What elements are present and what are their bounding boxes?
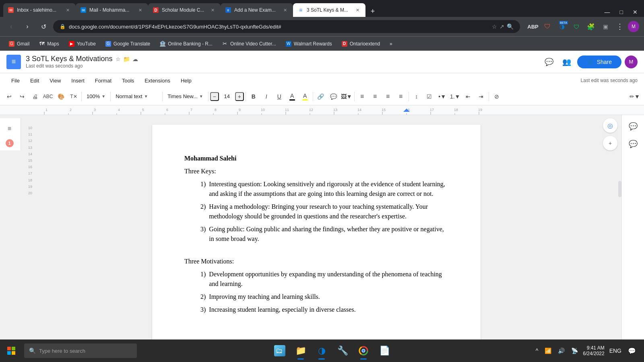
italic-button[interactable]: I (260, 90, 272, 103)
kaspersky-button[interactable]: 🛡 (570, 20, 583, 33)
clear-formatting-button[interactable]: ⊘ (491, 90, 503, 103)
insert-link-button[interactable]: 🔗 (315, 90, 327, 103)
start-button[interactable] (0, 339, 23, 362)
resize-handle[interactable] (618, 181, 621, 197)
share-button[interactable]: 👤 Share (577, 56, 621, 68)
menu-view[interactable]: View (45, 76, 66, 85)
star-icon[interactable]: ☆ (116, 56, 121, 62)
url-input[interactable]: 🔒 docs.google.com/document/d/1PSF4xEPrLk… (53, 20, 520, 33)
clear-format-button[interactable]: T✕ (68, 90, 80, 103)
highlight-color-button[interactable]: A (299, 90, 311, 103)
taskbar-app-3[interactable]: 🔧 (333, 341, 352, 360)
tab-gmail[interactable]: ✉ Inbox - salehimo... ✕ (3, 3, 76, 17)
align-left-button[interactable]: ≡ (356, 90, 368, 103)
align-right-button[interactable]: ≡ (382, 90, 394, 103)
tab-close-mail[interactable]: ✕ (137, 7, 143, 13)
font-dropdown[interactable]: Times New... ▼ (164, 90, 206, 103)
bookmark-star-icon[interactable]: ☆ (492, 23, 497, 30)
bookmark-maps[interactable]: 🗺 Maps (35, 39, 63, 48)
zoom-dropdown[interactable]: 100% ▼ (83, 90, 109, 103)
add-note-button[interactable]: + (603, 136, 617, 150)
document-container[interactable]: Mohammad Salehi Three Keys: 1) Interesti… (34, 115, 599, 362)
chevron-icon[interactable]: ^ (534, 346, 540, 356)
volume-icon[interactable]: 🔊 (556, 346, 566, 356)
print-button[interactable]: 🖨 (29, 90, 41, 103)
taskbar-app-pdf[interactable]: 📄 (375, 341, 394, 360)
search-icon[interactable]: 🔍 (507, 23, 514, 30)
bullet-list-button[interactable]: •▼ (436, 90, 448, 103)
menu-file[interactable]: File (6, 76, 25, 85)
bookmark-gmail[interactable]: G Gmail (5, 39, 33, 48)
docs-title[interactable]: 3 SoTL Keys & Motivations (26, 55, 112, 63)
wifi-icon[interactable]: 📡 (570, 346, 580, 356)
extensions-button[interactable]: 🧩 (584, 20, 597, 33)
font-size-decrease-button[interactable]: − (210, 92, 219, 101)
bookmark-walmart[interactable]: W Walmart Rewards (282, 39, 336, 48)
adguard-button[interactable]: 🛡 (541, 20, 554, 33)
tab-exam[interactable]: ≡ Add a New Exam... ✕ (221, 3, 293, 17)
language-indicator[interactable]: ENG (608, 346, 623, 356)
forward-button[interactable]: › (21, 20, 34, 33)
style-dropdown[interactable]: Normal text ▼ (112, 90, 161, 103)
taskbar-search[interactable]: 🔍 Type here to search (24, 343, 137, 358)
share-icon[interactable]: ↗ (500, 23, 504, 30)
comment-badge[interactable]: 1 (6, 139, 14, 147)
back-button[interactable]: ‹ (5, 20, 18, 33)
docs-logo[interactable]: ≡ (6, 55, 21, 69)
tab-mail[interactable]: ✉ Mail - Mohamma... ✕ (76, 3, 148, 17)
meet-button[interactable]: 👥 (559, 55, 574, 69)
bookmark-translate[interactable]: G Google Translate (101, 39, 154, 48)
font-size-increase-button[interactable]: + (235, 92, 244, 101)
paint-format-button[interactable]: 🎨 (55, 90, 67, 103)
minimize-button[interactable]: — (601, 7, 613, 17)
menu-insert[interactable]: Insert (66, 76, 89, 85)
indent-decrease-button[interactable]: ⇤ (462, 90, 474, 103)
close-button[interactable]: ✕ (630, 7, 641, 17)
folder-icon[interactable]: 📁 (123, 56, 130, 62)
menu-edit[interactable]: Edit (25, 76, 44, 85)
tab-close-exam[interactable]: ✕ (282, 7, 288, 13)
insert-image-button[interactable]: 🖼▼ (341, 90, 353, 103)
taskbar-app-edge[interactable]: ◑ (312, 341, 331, 360)
user-avatar[interactable]: M (625, 56, 638, 68)
comments-panel-button[interactable]: 💬 (625, 118, 641, 134)
underline-button[interactable]: U (273, 90, 285, 103)
maximize-button[interactable]: □ (617, 7, 626, 17)
bookmark-youtube[interactable]: ▶ YouTube (65, 39, 100, 48)
edge-beta-button[interactable]: ◑ BETA (555, 20, 568, 33)
bookmark-video-cutter[interactable]: ✂ Online Video Cutter... (218, 39, 280, 48)
taskbar-clock[interactable]: 9:41 AM 6/24/2022 (583, 345, 604, 356)
tab-close-sotl[interactable]: ✕ (354, 7, 361, 13)
gemini-button[interactable]: ◎ (603, 118, 617, 133)
taskbar-app-file-explorer[interactable]: 📁 (291, 341, 310, 360)
tab-scholar[interactable]: D Scholar Module C... ✕ (148, 3, 221, 17)
cloud-icon[interactable]: ☁ (132, 56, 138, 62)
font-size-input[interactable] (220, 93, 234, 99)
notification-button[interactable]: 💬 (626, 346, 638, 356)
indent-increase-button[interactable]: ⇥ (475, 90, 487, 103)
new-tab-button[interactable]: + (367, 6, 378, 17)
undo-button[interactable]: ↩ (3, 90, 15, 103)
tab-sotl[interactable]: ≡ 3 SoTL Keys & M... ✕ (293, 3, 365, 17)
menu-help[interactable]: Help (176, 76, 196, 85)
insert-comment-button[interactable]: 💬 (328, 90, 340, 103)
align-center-button[interactable]: ≡ (369, 90, 381, 103)
chat-panel-button[interactable]: 💬 (625, 136, 641, 152)
reload-button[interactable]: ↺ (37, 20, 50, 33)
adblock-button[interactable]: ABP (526, 20, 539, 33)
menu-extensions[interactable]: Extensions (140, 76, 175, 85)
spell-check-button[interactable]: ABC (42, 90, 54, 103)
align-justify-button[interactable]: ≡ (395, 90, 407, 103)
bookmark-banking[interactable]: 🏦 Online Banking - R... (156, 39, 217, 48)
comments-view-button[interactable]: 💬 (542, 55, 556, 69)
tab-close-scholar[interactable]: ✕ (209, 7, 216, 13)
tab-close-gmail[interactable]: ✕ (64, 7, 71, 13)
browser-profile-avatar[interactable]: M (628, 21, 639, 32)
checklist-button[interactable]: ☑ (423, 90, 436, 103)
bold-button[interactable]: B (248, 90, 260, 103)
line-spacing-button[interactable]: ↕ (411, 90, 423, 103)
menu-format[interactable]: Format (90, 76, 116, 85)
bookmarks-overflow-button[interactable]: » (386, 39, 396, 48)
menu-tools[interactable]: Tools (117, 76, 139, 85)
more-button[interactable]: ⋮ (613, 20, 626, 33)
